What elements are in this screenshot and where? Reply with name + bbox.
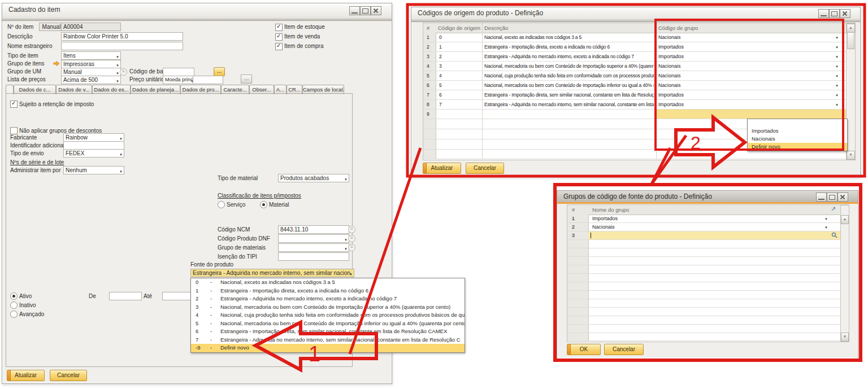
atualizar-button[interactable]: Atualizar	[7, 370, 45, 381]
lista-precos-select[interactable]: Acima de 500	[61, 76, 121, 84]
servico-radio[interactable]	[218, 201, 225, 208]
fonte-produto-select[interactable]: Estrangeira - Adquirida no mercado inter…	[190, 269, 354, 277]
grupos-cancelar-button[interactable]: Cancelar	[604, 344, 644, 355]
col-num[interactable]: #	[427, 25, 429, 31]
dropdown-option[interactable]: 1-Estrangeira - Importação direta, excet…	[191, 287, 465, 295]
tipo-envio-select[interactable]: FEDEX	[63, 149, 124, 158]
grupo-itens-select[interactable]: Impressoras	[61, 60, 121, 68]
nome-grupo-input[interactable]	[588, 231, 840, 239]
dropdown-option-blank[interactable]	[748, 119, 847, 127]
origem-titlebar[interactable]: Códigos de origem do produto - Definição	[411, 7, 860, 20]
fabricante-select[interactable]: Rainbow	[63, 133, 124, 142]
barcode-browse-button[interactable]: ...	[214, 67, 225, 76]
table-row[interactable]: 65Nacional, mercadoria ou bem com Conteú…	[423, 81, 846, 90]
nome-estrangeiro-input[interactable]	[61, 42, 183, 50]
dropdown-option[interactable]: 7-Estrangeira - Adquirida no mercado int…	[191, 336, 465, 344]
item-venda-checkbox[interactable]	[275, 33, 283, 41]
dropdown-option[interactable]: 6-Estrangeira - Importação direta, sem s…	[191, 327, 465, 336]
col-codigo-grupo[interactable]: Código de grupo	[658, 25, 698, 31]
col-descricao[interactable]: Descrição	[484, 25, 508, 31]
descricao-input[interactable]: Rainbow Color Printer 5.0	[61, 32, 183, 41]
scroll-down-icon[interactable]: ▼	[847, 151, 855, 160]
item-compra-checkbox[interactable]	[275, 43, 283, 50]
tipo-material-select[interactable]: Produtos acabados	[278, 174, 349, 182]
minimize-icon[interactable]	[349, 6, 360, 15]
price-browse-button[interactable]: ...	[241, 75, 252, 84]
preco-unitario-input[interactable]	[193, 76, 223, 84]
grupo-select[interactable]: Nacionais	[658, 34, 840, 40]
grupos-titlebar[interactable]: Grupos de código de fonte do produto - D…	[557, 191, 858, 203]
isencao-input[interactable]	[278, 252, 349, 261]
dropdown-option[interactable]: 2-Estrangeira - Adquirida no mercado int…	[191, 295, 465, 303]
grupos-scrollbar[interactable]: ▲ ▼	[840, 205, 849, 342]
table-row[interactable]: 54Nacional, cuja produção tenha sido fei…	[423, 71, 846, 81]
table-row[interactable]: 1Importados	[567, 215, 840, 223]
maximize-icon[interactable]	[360, 6, 371, 15]
link-arrow-icon[interactable]	[53, 60, 60, 68]
grupo-um-select[interactable]: Manual	[61, 68, 121, 76]
cadastro-titlebar[interactable]: Cadastro do item	[2, 3, 392, 19]
grupo-select[interactable]: Importados	[658, 92, 840, 98]
no-item-input[interactable]: A00004	[61, 23, 121, 31]
grupo-select[interactable]: Importados	[658, 44, 840, 50]
col-nome-grupo[interactable]: Nome do grupo	[592, 207, 629, 213]
value-list-icon[interactable]	[348, 244, 355, 251]
dropdown-option-definir-novo[interactable]: -9-Definir novo	[191, 344, 465, 352]
grupo-select[interactable]: Importados	[658, 102, 840, 107]
material-radio[interactable]	[260, 201, 267, 208]
value-list-icon[interactable]	[348, 235, 355, 242]
scroll-up-icon[interactable]: ▲	[841, 215, 849, 224]
moeda-select[interactable]: Moeda princi	[163, 76, 196, 84]
table-row-active[interactable]: 3	[567, 231, 840, 240]
grupo-select[interactable]: Nacionais	[658, 63, 840, 69]
table-row[interactable]: 32Estrangeira - Adquirida no mercado int…	[423, 52, 846, 62]
choose-from-list-icon[interactable]	[831, 232, 837, 239]
value-list-icon[interactable]	[120, 68, 127, 76]
tipo-item-select[interactable]: Itens	[61, 51, 121, 60]
table-row[interactable]: 2Nacionais	[567, 223, 840, 231]
table-row[interactable]: 10Nacional, exceto as indicadas nos códi…	[423, 33, 846, 42]
table-row[interactable]: 21Estrangeira - Importação direta, excet…	[423, 42, 846, 52]
dropdown-option-definir-novo[interactable]: Definir novo	[748, 143, 847, 151]
descontos-checkbox[interactable]	[10, 127, 18, 134]
origem-atualizar-button[interactable]: Atualizar	[423, 163, 461, 174]
cancelar-button[interactable]: Cancelar	[50, 370, 87, 381]
close-icon[interactable]	[840, 9, 850, 18]
grupos-ok-button[interactable]: OK	[567, 344, 601, 355]
de-input[interactable]	[109, 292, 142, 300]
dropdown-option[interactable]: 5-Nacional, mercadoria ou bem com Conteú…	[191, 320, 465, 328]
ativo-radio[interactable]	[10, 292, 18, 300]
identificador-input[interactable]	[63, 141, 124, 150]
dropdown-option[interactable]: Nacionais	[748, 135, 847, 143]
retencao-checkbox[interactable]	[10, 100, 18, 108]
grupo-select[interactable]: Importados	[658, 54, 840, 59]
avancado-radio[interactable]	[10, 311, 18, 318]
codigo-barras-input[interactable]	[163, 68, 194, 76]
grupo-select-open[interactable]	[657, 110, 846, 119]
dnf-select[interactable]	[278, 234, 349, 243]
value-list-icon[interactable]	[348, 226, 355, 233]
expand-grid-icon[interactable]: ↗	[831, 206, 836, 213]
col-num[interactable]: #	[572, 207, 575, 213]
dropdown-option[interactable]: Importados	[748, 127, 847, 135]
close-icon[interactable]	[371, 6, 381, 15]
dropdown-option[interactable]: 0-Nacional, exceto as indicadas nos códi…	[191, 278, 465, 287]
scroll-up-icon[interactable]: ▲	[847, 24, 855, 33]
grupo-select[interactable]: Nacionais	[658, 82, 840, 88]
table-row[interactable]: 76Estrangeira - Importação direta, sem s…	[423, 90, 846, 100]
scroll-thumb[interactable]	[847, 32, 854, 49]
scroll-down-icon[interactable]: ▼	[841, 333, 849, 342]
ncm-input[interactable]: 8443.11.10	[278, 225, 349, 234]
minimize-icon[interactable]	[818, 9, 829, 18]
dropdown-option[interactable]: 3-Nacional, mercadoria ou bem com Conteú…	[191, 303, 465, 312]
no-item-mode-select[interactable]: Manual	[39, 23, 64, 31]
maximize-icon[interactable]	[827, 193, 837, 202]
inativo-radio[interactable]	[10, 301, 18, 309]
table-row[interactable]: 43Nacional, mercadoria ou bem com Conteú…	[423, 62, 846, 71]
col-codigo-origem[interactable]: Código de origem	[438, 25, 480, 31]
close-icon[interactable]	[837, 193, 848, 202]
table-row-active[interactable]: 9	[423, 110, 846, 119]
item-estoque-checkbox[interactable]	[275, 24, 283, 31]
dropdown-option[interactable]: 4-Nacional, cuja produção tenha sido fei…	[191, 311, 465, 320]
table-row[interactable]: 87Estrangeira - Adquirida no mercado int…	[423, 100, 846, 110]
